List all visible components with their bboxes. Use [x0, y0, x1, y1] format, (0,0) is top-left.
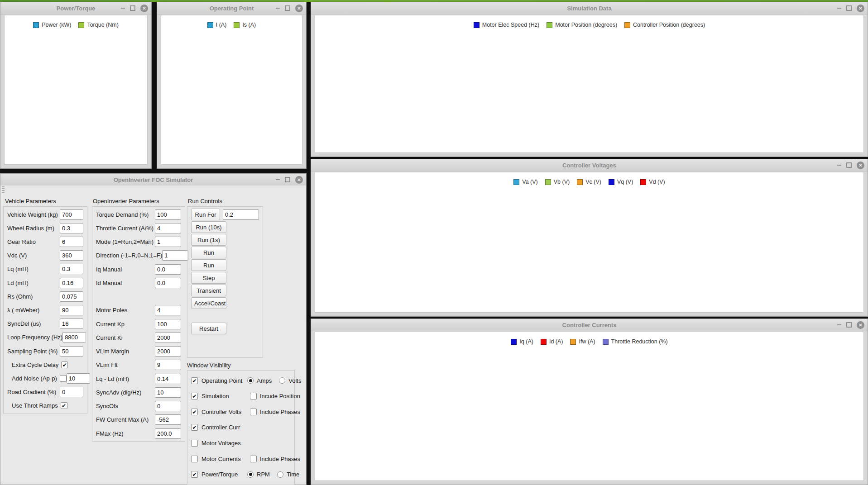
parameter-input[interactable] [60, 250, 83, 261]
close-icon[interactable]: ✕ [857, 321, 864, 329]
field-label: Direction (-1=R,0=N,1=F) [96, 252, 162, 259]
field-label: Lq (mH) [7, 266, 60, 272]
run-button-run-100ms-[interactable]: Run (100ms) [191, 247, 226, 258]
run-for-seconds-input[interactable] [223, 209, 259, 220]
parameter-input[interactable] [60, 387, 83, 397]
parameter-input[interactable] [60, 209, 83, 220]
run-button-step[interactable]: Step [191, 272, 226, 284]
controller-currents-titlebar[interactable]: Controller Currents ✕ [311, 319, 868, 331]
parameter-input[interactable] [155, 428, 181, 439]
radio-volts[interactable] [279, 377, 285, 384]
parameter-input[interactable] [60, 237, 83, 247]
maximize-icon[interactable] [846, 162, 852, 168]
run-button-run-10s-[interactable]: Run (10s) [191, 221, 226, 233]
close-icon[interactable]: ✕ [857, 162, 864, 169]
minimize-icon[interactable] [276, 8, 280, 9]
window-operating-point: Operating Point ✕ I (A)Is (A) [157, 2, 307, 169]
parameter-input[interactable] [60, 291, 83, 302]
parameter-input[interactable] [155, 209, 181, 220]
parameter-input[interactable] [60, 319, 83, 329]
checkbox-controller-volts[interactable]: ✔ [191, 409, 198, 415]
simulation-data-titlebar[interactable]: Simulation Data ✕ [311, 2, 868, 14]
checkbox-incude-position[interactable] [250, 393, 257, 399]
parameter-input[interactable] [60, 346, 83, 357]
checkbox[interactable]: ✔ [61, 361, 68, 368]
close-icon[interactable]: ✕ [295, 176, 303, 184]
parameter-input[interactable] [155, 237, 181, 247]
parameter-input[interactable] [60, 264, 83, 274]
run-button-transient[interactable]: Transient [191, 285, 226, 296]
parameter-input[interactable] [155, 333, 181, 343]
parameter-row: FMax (Hz) [96, 428, 181, 439]
close-icon[interactable]: ✕ [140, 5, 148, 12]
legend-item: Is (A) [234, 22, 256, 28]
controller-voltages-titlebar[interactable]: Controller Voltages ✕ [311, 159, 868, 171]
parameter-input[interactable] [155, 346, 181, 357]
parameter-input[interactable] [155, 360, 181, 370]
parameter-input[interactable] [155, 414, 181, 425]
parameter-input[interactable] [155, 278, 181, 288]
parameter-input[interactable] [155, 374, 181, 384]
pane-grip[interactable] [2, 186, 5, 194]
field-label: VLim Margin [96, 348, 155, 355]
close-icon[interactable]: ✕ [857, 5, 864, 12]
extra-label: Time [287, 471, 299, 478]
radio-rpm[interactable] [247, 471, 254, 478]
foc-simulator-titlebar[interactable]: OpenInverter FOC Simulator ✕ [0, 174, 306, 186]
power-torque-titlebar[interactable]: Power/Torque ✕ [0, 2, 151, 14]
maximize-icon[interactable] [846, 322, 852, 328]
checkbox-simulation[interactable]: ✔ [191, 393, 198, 399]
field-label: Motor Poles [96, 307, 155, 314]
radio-amps[interactable] [247, 377, 254, 384]
close-icon[interactable]: ✕ [295, 5, 303, 12]
run-button-row: Step [191, 272, 259, 283]
parameter-input[interactable] [60, 278, 83, 288]
parameter-input[interactable] [155, 305, 181, 315]
visibility-label: Motor Currents [201, 456, 241, 462]
run-button-accel-coast[interactable]: Accel/Coast [191, 297, 226, 309]
parameter-input[interactable] [155, 401, 181, 411]
visibility-toggle: ✔Controller Volts [191, 409, 247, 415]
minimize-icon[interactable] [276, 179, 280, 180]
minimize-icon[interactable] [837, 8, 841, 9]
parameter-input[interactable] [155, 387, 181, 398]
run-for-button[interactable]: Run For (s) [191, 209, 220, 220]
operating-point-titlebar[interactable]: Operating Point ✕ [157, 2, 306, 14]
field-label: Road Gradient (%) [7, 389, 60, 395]
maximize-icon[interactable] [285, 177, 290, 182]
minimize-icon[interactable] [121, 8, 125, 9]
checkbox-motor-voltages[interactable] [191, 440, 198, 447]
checkbox-motor-currents[interactable] [191, 456, 198, 462]
checkbox-operating-point[interactable]: ✔ [191, 377, 198, 384]
parameter-input[interactable] [155, 319, 181, 329]
radio-time[interactable] [277, 471, 283, 478]
run-button-row: Run (1s) [191, 234, 259, 245]
parameter-input[interactable] [60, 305, 83, 315]
parameter-row: Ld (mH) [7, 277, 83, 288]
maximize-icon[interactable] [846, 5, 852, 11]
run-button-run-1s-[interactable]: Run (1s) [191, 234, 226, 246]
checkbox[interactable]: ✔ [61, 402, 67, 409]
parameter-input[interactable] [67, 373, 90, 384]
checkbox-controller-curr[interactable]: ✔ [191, 424, 198, 431]
checkbox-include-phases[interactable] [250, 456, 257, 462]
visibility-toggle: ✔Controller Curr [191, 424, 247, 431]
visibility-label: Motor Voltages [201, 440, 241, 447]
checkbox[interactable] [60, 375, 67, 382]
section-label-window-visibility: Window Visibility [187, 362, 231, 369]
restart-button[interactable]: Restart [191, 323, 226, 334]
maximize-icon[interactable] [130, 5, 135, 11]
parameter-input[interactable] [162, 250, 188, 261]
chart-legend: Iq (A)Id (A)Ifw (A)Throttle Reduction (%… [315, 332, 863, 347]
run-button-run-10ms-[interactable]: Run (10ms) [191, 259, 226, 271]
parameter-input[interactable] [62, 332, 86, 342]
maximize-icon[interactable] [285, 5, 290, 11]
parameter-input[interactable] [155, 264, 181, 275]
parameter-input[interactable] [155, 223, 181, 233]
checkbox-include-phases[interactable] [250, 409, 257, 415]
parameter-input[interactable] [60, 223, 83, 233]
minimize-icon[interactable] [837, 165, 841, 166]
visibility-extra: Include Phases [247, 409, 300, 415]
minimize-icon[interactable] [837, 324, 841, 325]
checkbox-power-torque[interactable]: ✔ [191, 471, 198, 478]
